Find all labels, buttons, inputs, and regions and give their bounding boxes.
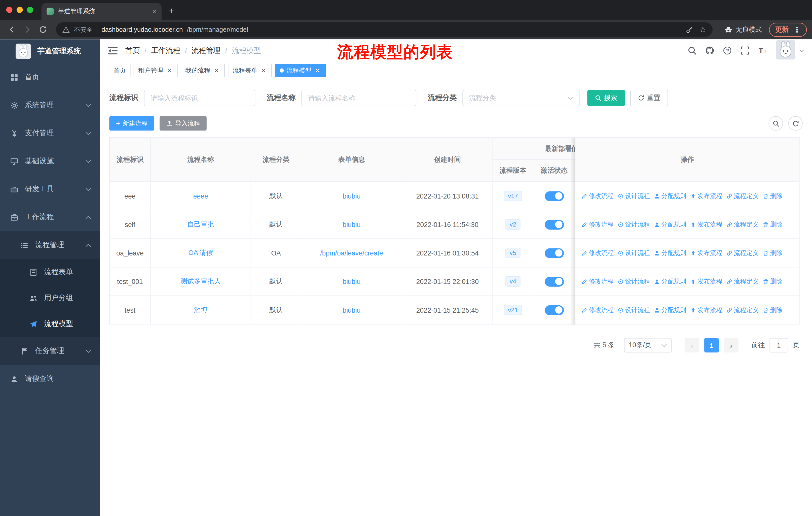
forward-icon[interactable] <box>21 23 34 36</box>
prev-page-button[interactable]: ‹ <box>685 338 699 352</box>
close-icon[interactable]: × <box>314 67 321 74</box>
font-size-icon[interactable]: TT <box>758 46 767 55</box>
action-design[interactable]: 设计流程 <box>618 191 650 200</box>
breadcrumb-item[interactable]: 工作流程 <box>151 46 180 55</box>
process-name-field[interactable] <box>301 90 416 106</box>
form-link[interactable]: biubiu <box>343 278 360 286</box>
action-assign[interactable]: 分配规则 <box>654 220 686 229</box>
action-delete[interactable]: 删除 <box>763 220 783 229</box>
tag-process-form[interactable]: 流程表单× <box>228 64 272 77</box>
active-toggle[interactable] <box>545 191 563 201</box>
help-icon[interactable]: ? <box>723 46 732 55</box>
action-definition[interactable]: 流程定义 <box>727 249 759 257</box>
action-assign[interactable]: 分配规则 <box>654 191 686 200</box>
action-design[interactable]: 设计流程 <box>618 249 650 257</box>
model-name-link[interactable]: 自己审批 <box>187 220 214 229</box>
form-link[interactable]: biubiu <box>343 220 360 228</box>
active-toggle[interactable] <box>545 277 563 287</box>
reset-button[interactable]: 重置 <box>630 90 668 106</box>
reload-icon[interactable] <box>36 23 50 36</box>
process-key-input[interactable] <box>151 94 249 102</box>
toggle-search-button[interactable] <box>768 116 783 131</box>
action-definition[interactable]: 流程定义 <box>727 306 759 315</box>
process-key-field[interactable] <box>144 90 255 106</box>
tag-my-process[interactable]: 我的流程× <box>181 64 225 77</box>
form-link[interactable]: biubiu <box>343 192 360 200</box>
sidebar-item-system[interactable]: 系统管理 <box>0 91 100 119</box>
model-name-link[interactable]: eeee <box>193 192 208 200</box>
kebab-menu-icon[interactable]: ⋮ <box>793 25 801 34</box>
form-link[interactable]: biubiu <box>343 306 360 314</box>
sidebar-item-process-form[interactable]: 流程表单 <box>0 259 100 285</box>
github-icon[interactable] <box>705 46 714 55</box>
import-process-button[interactable]: 导入流程 <box>160 116 207 131</box>
process-category-select[interactable]: 流程分类 <box>462 90 580 106</box>
close-icon[interactable]: × <box>166 67 173 74</box>
model-name-link[interactable]: 测试多审批人 <box>180 277 221 286</box>
search-icon[interactable] <box>688 46 696 55</box>
action-definition[interactable]: 流程定义 <box>727 220 759 229</box>
fullscreen-icon[interactable] <box>741 46 749 55</box>
action-assign[interactable]: 分配规则 <box>654 249 686 257</box>
sidebar-item-dev-tools[interactable]: 研发工具 <box>0 175 100 203</box>
goto-page-input[interactable] <box>770 338 788 352</box>
search-button[interactable]: 搜索 <box>587 90 625 106</box>
sidebar-item-payment[interactable]: 支付管理 <box>0 119 100 147</box>
password-key-icon[interactable] <box>686 26 693 33</box>
action-publish[interactable]: 发布流程 <box>690 249 723 257</box>
process-name-input[interactable] <box>308 94 409 102</box>
action-publish[interactable]: 发布流程 <box>690 277 723 286</box>
form-link[interactable]: /bpm/oa/leave/create <box>320 249 383 257</box>
sidebar-item-leave-query[interactable]: 请假查询 <box>0 365 100 393</box>
breadcrumb-item[interactable]: 流程模型 <box>232 46 261 55</box>
sidebar-item-process-mgmt[interactable]: 流程管理 <box>0 231 100 259</box>
action-assign[interactable]: 分配规则 <box>654 306 686 315</box>
zoom-window-button[interactable] <box>27 7 33 13</box>
browser-update-button[interactable]: 更新 ⋮ <box>769 22 807 36</box>
page-size-select[interactable]: 10条/页 <box>624 338 671 352</box>
action-definition[interactable]: 流程定义 <box>727 277 759 286</box>
breadcrumb-item[interactable]: 流程管理 <box>192 46 221 55</box>
url-bar[interactable]: 不安全 dashboard.yudao.iocoder.cn /bpm/mana… <box>56 22 713 37</box>
close-window-button[interactable] <box>6 7 12 13</box>
action-edit[interactable]: 修改流程 <box>581 306 614 315</box>
sidebar-item-process-model[interactable]: 流程模型 <box>0 311 100 337</box>
model-name-link[interactable]: OA 请假 <box>188 248 213 257</box>
action-design[interactable]: 设计流程 <box>618 306 650 315</box>
tag-tenant[interactable]: 租户管理× <box>134 64 178 77</box>
browser-tab[interactable]: 芋道管理系统 × <box>41 3 162 20</box>
sidebar-item-user-group[interactable]: 用户分组 <box>0 285 100 311</box>
active-toggle[interactable] <box>545 248 563 258</box>
model-name-link[interactable]: 滔博 <box>194 305 207 315</box>
tab-close-icon[interactable]: × <box>152 7 156 16</box>
action-definition[interactable]: 流程定义 <box>727 191 759 200</box>
action-assign[interactable]: 分配规则 <box>654 277 686 286</box>
action-design[interactable]: 设计流程 <box>618 277 650 286</box>
new-tab-button[interactable]: + <box>169 6 175 16</box>
action-design[interactable]: 设计流程 <box>618 220 650 229</box>
page-1-button[interactable]: 1 <box>704 338 719 352</box>
sidebar-item-infrastructure[interactable]: 基础设施 <box>0 147 100 175</box>
back-icon[interactable] <box>5 23 19 36</box>
action-edit[interactable]: 修改流程 <box>581 249 614 257</box>
tag-home[interactable]: 首页 <box>109 64 130 77</box>
sidebar-item-workflow[interactable]: 工作流程 <box>0 203 100 231</box>
user-menu[interactable] <box>776 39 804 61</box>
action-publish[interactable]: 发布流程 <box>690 191 723 200</box>
action-edit[interactable]: 修改流程 <box>581 220 614 229</box>
create-process-button[interactable]: + 新建流程 <box>109 116 154 131</box>
close-icon[interactable]: × <box>213 67 220 74</box>
action-delete[interactable]: 删除 <box>763 191 783 200</box>
close-icon[interactable]: × <box>260 67 267 74</box>
collapse-menu-icon[interactable] <box>108 46 118 55</box>
avatar[interactable] <box>776 39 795 61</box>
minimize-window-button[interactable] <box>17 7 23 13</box>
action-edit[interactable]: 修改流程 <box>581 191 614 200</box>
bookmark-star-icon[interactable]: ☆ <box>699 25 706 34</box>
breadcrumb-item[interactable]: 首页 <box>125 46 140 55</box>
action-delete[interactable]: 删除 <box>763 249 783 257</box>
action-delete[interactable]: 删除 <box>763 306 783 315</box>
action-delete[interactable]: 删除 <box>763 277 783 286</box>
action-edit[interactable]: 修改流程 <box>581 277 614 286</box>
app-logo[interactable]: 芋道管理系统 <box>0 39 100 63</box>
